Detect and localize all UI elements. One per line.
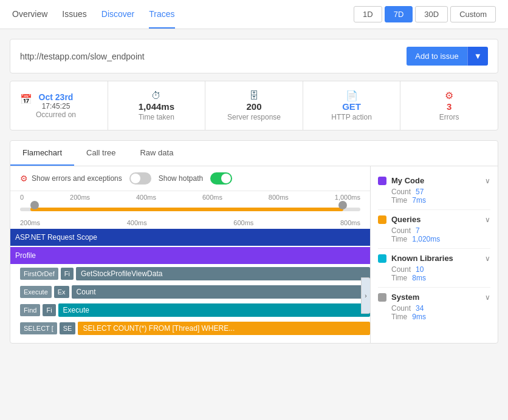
legend-my-code[interactable]: My Code ∨ Count 57 Time 7ms bbox=[371, 171, 498, 209]
url-text: http://testapp.com/slow_endpoint bbox=[20, 52, 145, 61]
show-hotpath-label: Show hotpath bbox=[159, 174, 203, 183]
legend-system-stats: Count 34 Time 9ms bbox=[378, 302, 490, 321]
flame-bar-aspnet-label: ASP.NET Request Scope bbox=[10, 233, 102, 242]
doc-icon: 📄 bbox=[346, 90, 358, 101]
legend-queries-title: Queries bbox=[391, 215, 420, 224]
legend-queries-stats: Count 7 Time 1,020ms bbox=[378, 224, 490, 243]
calendar-icon: 📅 bbox=[20, 93, 32, 105]
legend-known-libraries-title: Known Libraries bbox=[391, 254, 453, 263]
legend-queries[interactable]: Queries ∨ Count 7 Time 1,020ms bbox=[371, 210, 498, 248]
tab-flamechart[interactable]: Flamechart bbox=[10, 141, 74, 166]
clock-icon: ⏱ bbox=[151, 90, 161, 101]
nav-links: Overview Issues Discover Traces bbox=[12, 1, 175, 29]
ruler-600: 600ms bbox=[202, 194, 222, 201]
legend-known-libraries-header: Known Libraries ∨ bbox=[378, 254, 490, 263]
slider-track bbox=[20, 208, 360, 211]
legend-system-count: 34 bbox=[416, 304, 424, 313]
legend-queries-time-label: Time bbox=[391, 235, 407, 243]
stat-response-label: Server response bbox=[227, 113, 281, 121]
slider-fill bbox=[30, 208, 343, 211]
show-errors-label: Show errors and exceptions bbox=[32, 174, 122, 183]
nav-issues[interactable]: Issues bbox=[62, 1, 86, 29]
nav-discover[interactable]: Discover bbox=[101, 1, 134, 29]
flame-bar-select-label: SELECT COUNT(*) FROM [Thread] WHERE... bbox=[78, 322, 370, 335]
legend-known-libraries-chevron: ∨ bbox=[485, 254, 490, 263]
stat-occurred-label: Occurred on bbox=[36, 110, 76, 119]
ruler-1000: 1,000ms bbox=[335, 194, 360, 201]
short-abbr-ex: Ex bbox=[54, 286, 69, 298]
legend-queries-time: 1,020ms bbox=[412, 235, 440, 243]
legend-queries-count: 7 bbox=[416, 226, 420, 235]
flame-bar-aspnet[interactable]: ASP.NET Request Scope bbox=[10, 229, 370, 246]
flame-bar-select[interactable]: SELECT [ SE SELECT COUNT(*) FROM [Thread… bbox=[10, 320, 370, 337]
short-abbr-fi2: Fi bbox=[43, 304, 55, 316]
legend-known-libraries-dot bbox=[378, 254, 386, 263]
stat-time: 17:45:25 bbox=[36, 102, 76, 110]
time-btn-30d[interactable]: 30D bbox=[415, 6, 448, 22]
short-label-firstordef: FirstOrDef bbox=[20, 268, 58, 280]
stat-http-action: 📄 GET HTTP action bbox=[303, 81, 401, 130]
legend-known-libraries[interactable]: Known Libraries ∨ Count 10 Time 8ms bbox=[371, 249, 498, 287]
time-btn-1d[interactable]: 1D bbox=[354, 6, 382, 22]
errors-toggle[interactable] bbox=[129, 172, 151, 185]
tab-bar: Flamechart Call tree Raw data bbox=[10, 141, 498, 166]
legend-my-code-time: 7ms bbox=[412, 196, 426, 205]
legend-count-label: Count bbox=[391, 188, 411, 196]
legend-my-code-title: My Code bbox=[391, 176, 424, 185]
nav-overview[interactable]: Overview bbox=[12, 1, 47, 29]
error-icon: ⚙ bbox=[445, 90, 453, 101]
stats-row: 📅 Oct 23rd 17:45:25 Occurred on ⏱ 1,044m… bbox=[10, 81, 498, 130]
legend-known-libraries-stats: Count 10 Time 8ms bbox=[378, 263, 490, 282]
timeline-ruler-bottom: 200ms 400ms 600ms 800ms bbox=[20, 218, 360, 229]
legend-queries-dot bbox=[378, 215, 386, 224]
legend-system[interactable]: System ∨ Count 34 Time 9ms bbox=[371, 288, 498, 326]
stat-time-taken: ⏱ 1,044ms Time taken bbox=[108, 81, 206, 130]
stat-action-label: HTTP action bbox=[331, 113, 371, 121]
flame-bar-find-label: Execute bbox=[58, 303, 370, 317]
slider-thumb-right[interactable] bbox=[338, 201, 347, 209]
timeline-slider[interactable] bbox=[20, 203, 360, 215]
stat-errors-label: Errors bbox=[439, 113, 459, 121]
timeline-ruler-top: 0 200ms 400ms 600ms 800ms 1,000ms bbox=[20, 191, 360, 201]
time-btn-7d[interactable]: 7D bbox=[385, 6, 413, 22]
legend-known-libraries-time-label: Time bbox=[391, 274, 407, 282]
legend-system-chevron: ∨ bbox=[485, 293, 490, 302]
nav-traces[interactable]: Traces bbox=[149, 1, 174, 29]
server-icon: 🗄 bbox=[249, 90, 259, 101]
time-btn-custom[interactable]: Custom bbox=[450, 6, 496, 22]
flame-bar-execute[interactable]: Execute Ex Count bbox=[10, 283, 370, 300]
ruler2-800: 800ms bbox=[340, 219, 360, 226]
flame-bar-firstordef[interactable]: FirstOrDef Fi GetStockProfileViewData bbox=[10, 265, 370, 282]
flame-left: ⚙ Show errors and exceptions Show hotpat… bbox=[10, 166, 370, 343]
flame-bar-execute-label: Count bbox=[72, 285, 370, 299]
flamechart-body: ⚙ Show errors and exceptions Show hotpat… bbox=[10, 166, 498, 343]
flame-bar-find[interactable]: Find Fi Execute bbox=[10, 302, 370, 319]
ruler-200: 200ms bbox=[70, 194, 90, 201]
ruler2-400: 400ms bbox=[127, 219, 147, 226]
collapse-side-btn[interactable]: › bbox=[361, 277, 370, 314]
slider-thumb-left[interactable] bbox=[30, 201, 39, 209]
flame-bar-profile[interactable]: Profile bbox=[10, 247, 370, 264]
hotpath-toggle[interactable] bbox=[210, 172, 232, 185]
top-nav: Overview Issues Discover Traces 1D 7D 30… bbox=[0, 0, 508, 29]
time-button-group: 1D 7D 30D Custom bbox=[354, 6, 496, 22]
add-to-issue-main[interactable]: Add to issue bbox=[407, 47, 467, 66]
tab-call-tree[interactable]: Call tree bbox=[74, 141, 128, 166]
stat-errors-value: 3 bbox=[447, 101, 451, 112]
short-label-select: SELECT [ bbox=[20, 322, 57, 334]
legend-panel: My Code ∨ Count 57 Time 7ms bbox=[370, 166, 498, 343]
ruler2-600: 600ms bbox=[233, 219, 253, 226]
legend-time-label: Time bbox=[391, 196, 407, 205]
legend-system-header: System ∨ bbox=[378, 293, 490, 302]
stat-time-value: 1,044ms bbox=[139, 101, 174, 112]
show-errors-control: ⚙ Show errors and exceptions bbox=[20, 174, 122, 183]
error-icon-small: ⚙ bbox=[20, 174, 28, 183]
add-to-issue-arrow[interactable]: ▼ bbox=[467, 47, 488, 66]
legend-my-code-chevron: ∨ bbox=[485, 177, 490, 185]
stat-response-value: 200 bbox=[246, 101, 261, 112]
stat-action-value: GET bbox=[342, 101, 361, 112]
short-abbr-se: SE bbox=[60, 322, 76, 334]
stat-date: Oct 23rd bbox=[36, 92, 76, 102]
tab-raw-data[interactable]: Raw data bbox=[128, 141, 185, 166]
add-to-issue-btn: Add to issue ▼ bbox=[407, 47, 488, 66]
